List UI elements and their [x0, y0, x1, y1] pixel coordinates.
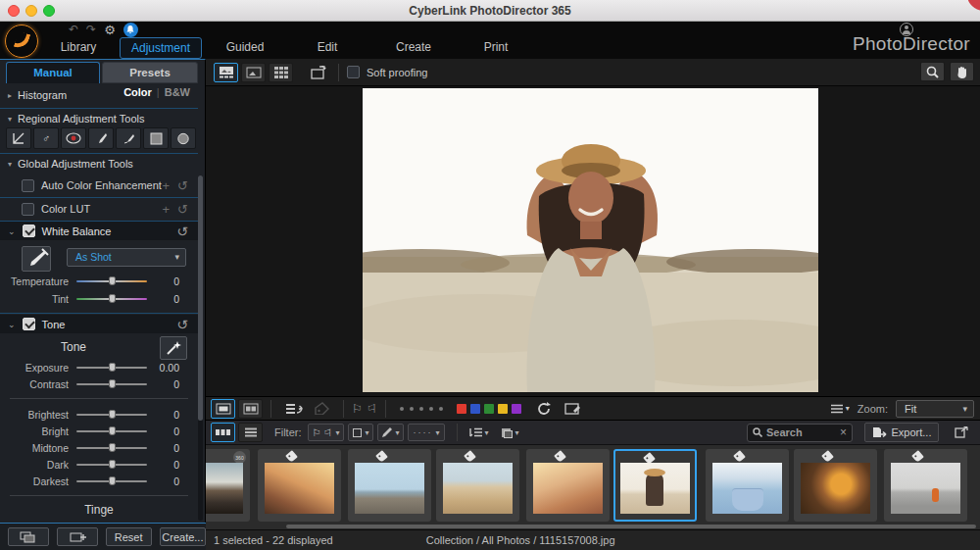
- filmstrip-view-icon[interactable]: [211, 423, 235, 442]
- reset-icon[interactable]: ↺: [176, 317, 188, 332]
- flag-filter-button[interactable]: ⚐⚐ ▾: [308, 424, 345, 441]
- thumbnail-woman-hat-selected[interactable]: [613, 449, 697, 522]
- color-filter-button[interactable]: ▾: [348, 424, 373, 441]
- star-rating[interactable]: [400, 407, 443, 411]
- rotate-canvas-icon[interactable]: [306, 63, 330, 82]
- copy-adjustments-icon[interactable]: [8, 527, 49, 546]
- tab-guided[interactable]: Guided: [214, 37, 276, 59]
- undo-icon[interactable]: ↶: [69, 23, 78, 36]
- adjustment-brush-icon[interactable]: [88, 127, 114, 149]
- midtone-slider[interactable]: [76, 447, 147, 449]
- thumbnail-couple-beach[interactable]: [258, 449, 341, 522]
- slider-handle[interactable]: [109, 294, 116, 303]
- tone-header[interactable]: ⌄ Tone ↺: [0, 315, 198, 333]
- color-lut-checkbox[interactable]: [22, 203, 34, 216]
- color-tag-blue[interactable]: [470, 404, 480, 414]
- gradient-mask-icon[interactable]: [143, 127, 169, 149]
- darkest-slider[interactable]: [76, 480, 147, 482]
- view-compare-icon[interactable]: [238, 399, 263, 419]
- tab-print[interactable]: Print: [468, 37, 523, 59]
- red-eye-icon[interactable]: [61, 127, 86, 149]
- regional-tools-section[interactable]: ▾ Regional Adjustment Tools: [0, 111, 198, 126]
- add-preset-icon[interactable]: +: [163, 178, 171, 193]
- crop-rotate-icon[interactable]: [6, 127, 31, 149]
- tab-library[interactable]: Library: [47, 37, 110, 59]
- viewer-single-icon[interactable]: [241, 63, 266, 82]
- slider-handle[interactable]: [109, 379, 116, 388]
- tab-adjustment[interactable]: Adjustment: [120, 37, 202, 59]
- settings-gear-icon[interactable]: ⚙: [104, 23, 116, 37]
- viewer-single-with-filmstrip-icon[interactable]: [214, 63, 238, 82]
- histogram-section[interactable]: ▸ Histogram Color|B&W: [0, 86, 198, 104]
- thumbnail-winter-beach[interactable]: [884, 449, 967, 522]
- tone-checkbox[interactable]: [23, 318, 35, 330]
- thumbnail-coffee[interactable]: [794, 449, 877, 522]
- create-preset-button[interactable]: Create...: [160, 527, 206, 546]
- main-photo[interactable]: [363, 88, 818, 392]
- zoom-tool-icon[interactable]: [920, 62, 945, 81]
- thumbnail-nurse[interactable]: [706, 449, 789, 522]
- tab-create[interactable]: Create: [384, 37, 443, 59]
- redo-icon[interactable]: ↷: [86, 23, 96, 36]
- keyword-tag-icon[interactable]: [315, 402, 329, 415]
- view-single-icon[interactable]: [211, 399, 235, 419]
- exposure-slider[interactable]: [76, 367, 147, 369]
- search-input[interactable]: [766, 426, 836, 438]
- pan-hand-icon[interactable]: [950, 62, 974, 81]
- slider-handle[interactable]: [109, 426, 116, 435]
- white-balance-header[interactable]: ⌄ White Balance ↺: [0, 222, 198, 240]
- thumbnail-classic-car[interactable]: [348, 449, 431, 522]
- contrast-slider[interactable]: [76, 383, 147, 385]
- clear-search-icon[interactable]: ×: [840, 425, 847, 439]
- list-view-icon[interactable]: [238, 423, 263, 442]
- slider-handle[interactable]: [109, 410, 116, 419]
- export-button[interactable]: Export...: [864, 423, 939, 442]
- histogram-bw-toggle[interactable]: B&W: [165, 86, 190, 98]
- edit-in-icon[interactable]: [564, 402, 581, 415]
- apply-adjustments-icon[interactable]: [57, 527, 98, 546]
- open-external-icon[interactable]: [951, 423, 972, 442]
- brightest-slider[interactable]: [76, 414, 147, 416]
- flag-reject-icon[interactable]: ⚐: [367, 402, 377, 416]
- color-tag-purple[interactable]: [512, 404, 521, 414]
- tab-presets[interactable]: Presets: [102, 62, 198, 83]
- color-tag-green[interactable]: [484, 404, 494, 414]
- zoom-level-select[interactable]: Fit ▾: [896, 400, 974, 418]
- tinge-section-label[interactable]: Tinge: [0, 503, 198, 519]
- reset-icon[interactable]: ↺: [177, 178, 188, 193]
- sort-order-icon[interactable]: ▾: [466, 424, 493, 441]
- auto-color-checkbox[interactable]: [22, 179, 34, 192]
- notification-bell-icon[interactable]: [123, 23, 138, 37]
- white-balance-dropper-icon[interactable]: [22, 246, 51, 272]
- dark-slider[interactable]: [76, 464, 147, 466]
- tab-edit[interactable]: Edit: [300, 37, 355, 59]
- slider-handle[interactable]: [109, 443, 116, 452]
- global-tools-section[interactable]: ▾ Global Adjustment Tools: [0, 156, 198, 172]
- slider-handle[interactable]: [109, 476, 116, 485]
- thumbnail-size-icon[interactable]: ▾: [497, 424, 523, 441]
- flag-pick-icon[interactable]: ⚐: [352, 402, 363, 416]
- white-balance-checkbox[interactable]: [23, 225, 35, 237]
- stack-photos-icon[interactable]: [285, 402, 303, 416]
- tab-manual[interactable]: Manual: [6, 62, 100, 83]
- spot-removal-icon[interactable]: ♂: [33, 127, 59, 149]
- photo-canvas[interactable]: [206, 86, 980, 396]
- slider-handle[interactable]: [109, 460, 116, 469]
- rating-filter-button[interactable]: ···· ▾: [408, 424, 444, 441]
- bright-slider[interactable]: [76, 430, 147, 432]
- slider-handle[interactable]: [109, 276, 116, 285]
- filmstrip-scrollbar[interactable]: [286, 525, 976, 528]
- view-options-icon[interactable]: ▾: [830, 404, 850, 414]
- rotate-photo-icon[interactable]: [537, 402, 551, 416]
- reset-icon[interactable]: ↺: [176, 224, 188, 239]
- soft-proofing-checkbox[interactable]: [347, 66, 360, 78]
- slider-handle[interactable]: [109, 363, 116, 372]
- radial-filter-icon[interactable]: [171, 127, 196, 149]
- temperature-slider[interactable]: [76, 280, 147, 282]
- tint-slider[interactable]: [76, 298, 147, 300]
- histogram-color-toggle[interactable]: Color: [123, 86, 152, 98]
- label-filter-button[interactable]: ▾: [377, 424, 404, 441]
- reset-icon[interactable]: ↺: [177, 202, 188, 217]
- thumbnail-family-beach[interactable]: [436, 449, 519, 522]
- white-balance-preset-select[interactable]: As Shot ▾: [67, 248, 186, 267]
